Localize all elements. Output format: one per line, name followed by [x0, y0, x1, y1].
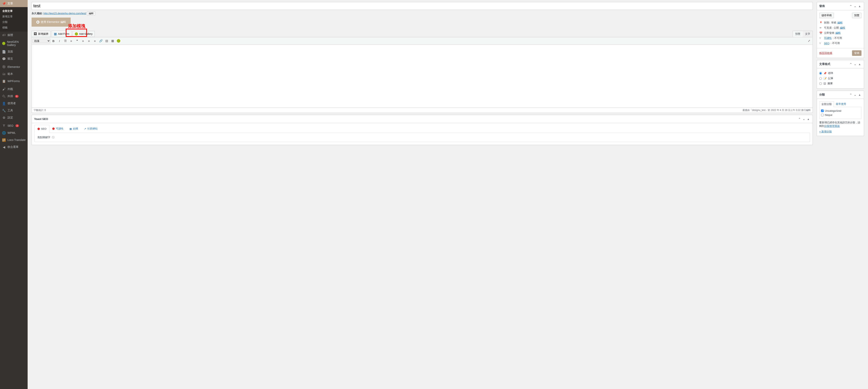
yoast-tab-readability[interactable]: 可讀性 — [49, 125, 66, 132]
menu-nextgen[interactable]: NextGEN Gallery — [0, 39, 28, 48]
yoast-tab-schema[interactable]: ▦結構 — [66, 125, 81, 132]
gallery-icon: 🖼 — [824, 82, 826, 85]
bold-button[interactable]: B — [51, 38, 56, 43]
format-toggle-button[interactable]: ▴ — [858, 62, 862, 66]
seo-count-badge: 3 — [16, 124, 19, 127]
format-gallery-radio[interactable] — [819, 82, 822, 85]
menu-pages[interactable]: 📄頁面 — [0, 48, 28, 55]
publish-move-down-button[interactable]: ⌄ — [853, 4, 857, 8]
save-draft-button[interactable]: 儲存草稿 — [819, 12, 834, 18]
publish-move-up-button[interactable]: ⌃ — [849, 4, 853, 8]
visibility-edit-link[interactable]: 編輯 — [840, 26, 845, 30]
italic-button[interactable]: I — [57, 38, 62, 43]
trash-link[interactable]: 移至回收桶 — [819, 51, 832, 55]
yoast-tab-seo[interactable]: SEO — [34, 125, 49, 133]
categories-toggle-button[interactable]: ▴ — [858, 93, 862, 97]
category-checkbox-neque[interactable] — [821, 114, 824, 116]
preview-button[interactable]: 預覽 — [852, 12, 862, 18]
menu-loco[interactable]: 🔁Loco Translate — [0, 137, 28, 144]
toolbar-toggle-button[interactable]: ▦ — [110, 38, 115, 43]
templates-icon: 🗂 — [2, 72, 6, 76]
plugin-icon: 🔌 — [2, 94, 6, 98]
permalink-edit-button[interactable]: 編輯 — [87, 11, 95, 16]
submenu-new-post[interactable]: 新增文章 — [0, 14, 28, 19]
category-tab-popular[interactable]: 最常使用 — [834, 101, 848, 107]
readability-link[interactable]: 可讀性 — [824, 36, 832, 40]
distraction-free-button[interactable]: ⤢ — [806, 38, 812, 43]
category-note: 要新增已經存在其他語言的分類，請轉到分類管理頁面 — [819, 121, 862, 128]
menu-comments[interactable]: 💬留言 — [0, 55, 28, 62]
admin-sidebar: 📌文章 全部文章 新增文章 分類 標籤 🏷媒體 NextGEN Gallery … — [0, 0, 28, 389]
submenu-categories[interactable]: 分類 — [0, 19, 28, 25]
bullet-list-button[interactable]: ☰ — [63, 38, 68, 43]
brush-icon: 🖌 — [2, 87, 6, 91]
menu-settings[interactable]: ⚙設定 — [0, 114, 28, 121]
publish-button[interactable]: 發佈 — [852, 50, 862, 56]
wpforms-icon: 📋 — [2, 79, 6, 83]
menu-tools[interactable]: 🔧工具 — [0, 107, 28, 114]
permalink-url[interactable]: http://test15.designhu-demo.com/test/ — [43, 12, 86, 15]
yoast-toggle-button[interactable]: ▴ — [806, 117, 810, 121]
seo-score-icon: Y — [819, 42, 823, 45]
format-title: 文章格式 — [819, 62, 830, 66]
publish-toggle-button[interactable]: ▴ — [858, 4, 862, 8]
yoast-move-down-button[interactable]: ⌄ — [802, 117, 806, 121]
editor-tab-text[interactable]: 文字 — [803, 31, 812, 37]
pin-icon: 📌 — [2, 2, 6, 5]
menu-posts[interactable]: 📌文章 — [0, 0, 28, 7]
align-right-button[interactable]: ≡ — [92, 38, 98, 43]
status-edit-link[interactable]: 編輯 — [837, 21, 842, 25]
format-standard-radio[interactable] — [819, 72, 822, 74]
category-manage-link[interactable]: 分類管理頁面 — [825, 124, 840, 127]
align-center-button[interactable]: ≡ — [86, 38, 92, 43]
menu-appearance[interactable]: 🖌外觀 — [0, 86, 28, 93]
format-move-up-button[interactable]: ⌃ — [849, 62, 853, 66]
menu-collapse[interactable]: ◀收合選單 — [0, 144, 28, 151]
yoast-readability-indicator — [52, 127, 55, 130]
yoast-tab-social[interactable]: ↗社群網站 — [81, 125, 101, 132]
collapse-icon: ◀ — [2, 145, 6, 149]
menu-media[interactable]: 🏷媒體 — [0, 32, 28, 39]
menu-elementor[interactable]: ⓔElementor — [0, 63, 28, 70]
seo-link[interactable]: SEO — [824, 42, 829, 45]
editor-tab-visual[interactable]: 預覽 — [793, 31, 803, 37]
numbered-list-button[interactable]: ≡ — [68, 38, 74, 43]
menu-users[interactable]: 👤使用者 — [0, 100, 28, 107]
add-form-button[interactable]: ▦Add Form — [52, 31, 71, 37]
menu-wpforms[interactable]: 📋WPForms — [0, 78, 28, 85]
add-media-button[interactable]: 🖼新增媒體 — [32, 31, 51, 37]
menu-plugins[interactable]: 🔌外掛6 — [0, 93, 28, 100]
category-tab-all[interactable]: 全部分類 — [819, 101, 834, 107]
align-left-button[interactable]: ≡ — [80, 38, 86, 43]
gallery-button-icon — [75, 32, 78, 35]
menu-templates[interactable]: 🗂範本 — [0, 70, 28, 78]
link-button[interactable]: 🔗 — [98, 38, 103, 43]
format-aside-radio[interactable] — [819, 77, 822, 80]
settings-icon: ⚙ — [2, 116, 6, 120]
schedule-edit-link[interactable]: 編輯 — [835, 31, 841, 35]
form-button-icon: ▦ — [54, 32, 57, 36]
blockquote-button[interactable]: ❝ — [74, 38, 80, 43]
post-title-input[interactable] — [32, 2, 813, 10]
format-select[interactable]: 段落 — [33, 39, 50, 43]
page-icon: 📄 — [2, 50, 6, 54]
edit-with-elementor-button[interactable]: IE 使用 Elementor 編輯 — [32, 18, 71, 27]
submenu-all-posts[interactable]: 全部文章 — [0, 8, 28, 14]
add-gallery-button[interactable]: Add Gallery — [72, 31, 95, 37]
category-checkbox-uncategorized[interactable] — [821, 110, 824, 112]
format-move-down-button[interactable]: ⌄ — [853, 62, 857, 66]
more-button[interactable]: ▤ — [104, 38, 110, 43]
categories-move-down-button[interactable]: ⌄ — [853, 93, 857, 97]
nextgen-toolbar-button[interactable] — [116, 38, 121, 43]
categories-metabox: 分類 ⌃ ⌄ ▴ 全部分類 最常使用 Uncategorized Neque — [817, 91, 864, 136]
yoast-move-up-button[interactable]: ⌃ — [798, 117, 802, 121]
menu-wpml[interactable]: 🌐WPML — [0, 129, 28, 137]
add-category-link[interactable]: + 新增分類 — [819, 130, 832, 133]
elementor-icon: ⓔ — [2, 65, 6, 69]
editor-content-area[interactable] — [32, 44, 813, 108]
word-count: 字數統計: 0 — [34, 109, 46, 112]
help-icon[interactable]: ⓘ — [52, 136, 55, 139]
menu-seo[interactable]: YSEO3 — [0, 122, 28, 129]
categories-move-up-button[interactable]: ⌃ — [849, 93, 853, 97]
submenu-tags[interactable]: 標籤 — [0, 25, 28, 30]
